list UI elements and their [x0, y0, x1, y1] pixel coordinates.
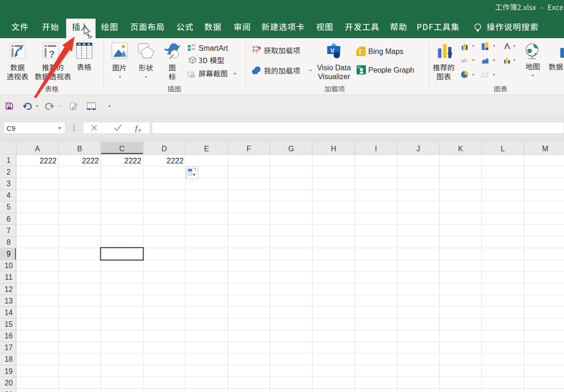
svg-text:J: J [416, 145, 420, 153]
svg-text:I: I [375, 145, 377, 153]
svg-text:A: A [35, 145, 40, 153]
svg-text:H: H [331, 145, 337, 153]
svg-text:6: 6 [7, 215, 11, 223]
svg-text:16: 16 [5, 332, 13, 340]
svg-text:2222: 2222 [82, 156, 99, 165]
svg-text:3: 3 [7, 180, 11, 188]
svg-text:B: B [77, 145, 82, 153]
svg-text:Visio Data: Visio Data [317, 64, 351, 72]
svg-text:14: 14 [5, 309, 13, 317]
svg-text:19: 19 [5, 367, 13, 375]
svg-text:2222: 2222 [166, 156, 183, 165]
svg-text:18: 18 [5, 355, 13, 363]
svg-text:2222: 2222 [40, 156, 56, 165]
svg-text:1: 1 [7, 156, 11, 164]
svg-text:13: 13 [5, 297, 13, 305]
svg-text:20: 20 [5, 379, 13, 387]
svg-text:Visualizer: Visualizer [318, 73, 351, 81]
svg-text:12: 12 [5, 285, 13, 293]
svg-text:C9: C9 [7, 124, 15, 132]
svg-text:x: x [138, 127, 141, 133]
svg-text:Bing Maps: Bing Maps [368, 47, 404, 55]
svg-text:2222: 2222 [124, 156, 141, 165]
svg-text:D: D [162, 145, 167, 153]
svg-text:C: C [119, 145, 125, 153]
svg-text:?: ? [447, 50, 453, 60]
svg-text:SmartArt: SmartArt [199, 44, 228, 52]
svg-text:2: 2 [7, 168, 11, 176]
svg-text:11: 11 [5, 273, 13, 281]
svg-text:8: 8 [7, 238, 11, 246]
svg-text:L: L [501, 145, 505, 153]
svg-text:17: 17 [5, 344, 13, 351]
svg-text:K: K [458, 145, 463, 153]
svg-text:15: 15 [5, 320, 13, 328]
svg-text:10: 10 [5, 262, 13, 270]
svg-text:4: 4 [7, 191, 11, 199]
svg-text:People Graph: People Graph [368, 66, 414, 74]
svg-text:V: V [330, 47, 335, 54]
svg-text:E: E [204, 145, 209, 153]
svg-text:?: ? [49, 48, 55, 59]
svg-text:9: 9 [7, 250, 11, 258]
svg-text:F: F [247, 145, 251, 153]
svg-text:5: 5 [7, 203, 11, 211]
svg-text:M: M [542, 145, 548, 153]
svg-text:G: G [289, 145, 294, 153]
svg-text:7: 7 [7, 227, 11, 235]
